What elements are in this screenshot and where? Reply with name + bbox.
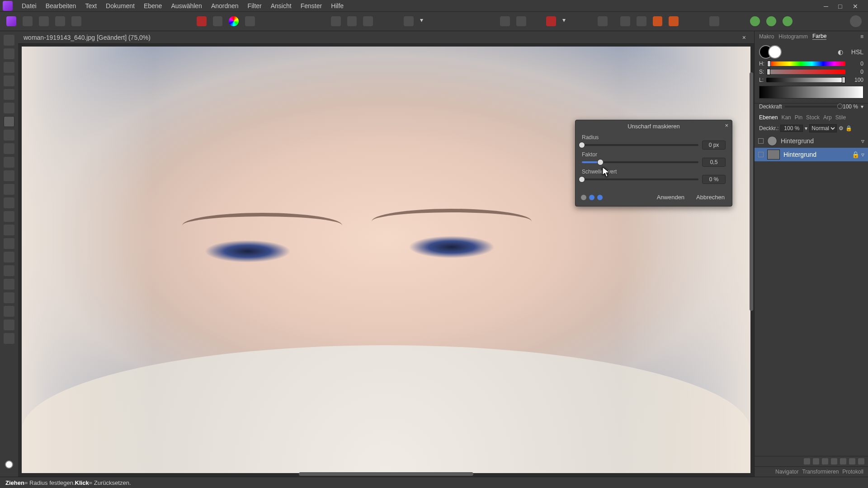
account-avatar-icon[interactable]: [850, 15, 862, 27]
menu-text[interactable]: Text: [80, 2, 101, 9]
order-backward-icon[interactable]: [637, 16, 646, 26]
toolbar-icon-b[interactable]: [213, 16, 223, 26]
foreground-color-icon[interactable]: [5, 460, 13, 469]
sat-slider[interactable]: [767, 70, 845, 74]
tab-farbe[interactable]: Farbe: [812, 33, 826, 40]
opacity-value[interactable]: 100 %: [843, 103, 858, 110]
sync-c-icon[interactable]: [783, 16, 793, 26]
align-icon[interactable]: [709, 16, 719, 26]
gradient-tool-icon[interactable]: [4, 143, 14, 154]
window-maximize-icon[interactable]: □: [838, 3, 844, 9]
color-wheel-icon[interactable]: [229, 16, 239, 26]
mesh-tool-icon[interactable]: [4, 319, 14, 330]
hue-slider[interactable]: [767, 61, 845, 66]
snapshot-icon[interactable]: [598, 16, 608, 26]
menu-dokument[interactable]: Dokument: [101, 2, 139, 9]
tab-makro[interactable]: Makro: [759, 33, 774, 40]
blur-tool-icon[interactable]: [4, 252, 14, 263]
layer-lock-small-icon[interactable]: ▿: [861, 137, 864, 145]
persona-tone-icon[interactable]: [55, 16, 65, 26]
erase-tool-icon[interactable]: [4, 170, 14, 181]
canvas-viewport[interactable]: [18, 44, 754, 477]
horizontal-scrollbar[interactable]: [22, 471, 750, 477]
layer-add-icon[interactable]: [849, 458, 855, 465]
layer-opacity-value[interactable]: 100 %: [780, 125, 803, 132]
document-tab-close-icon[interactable]: ×: [740, 34, 749, 41]
assistant-dropdown-icon[interactable]: ▾: [562, 16, 567, 26]
factor-value[interactable]: 0,5: [702, 158, 726, 167]
layer-opacity-dropdown-icon[interactable]: ▾: [805, 125, 807, 131]
color-picker-tool-icon[interactable]: [4, 62, 14, 73]
radius-value[interactable]: 0 px: [702, 141, 726, 150]
apply-button[interactable]: Anwenden: [655, 193, 686, 202]
text-tool-icon[interactable]: [4, 292, 14, 303]
layer-fx-icon[interactable]: ⚙: [839, 125, 844, 131]
layer-visibility-checkbox[interactable]: [758, 138, 764, 144]
layer-expand-icon[interactable]: ▿: [861, 151, 864, 158]
flood-select-tool-icon[interactable]: [4, 103, 14, 113]
order-front-icon[interactable]: [669, 16, 679, 26]
arrange-icon-1[interactable]: [500, 16, 510, 26]
tab-protokoll[interactable]: Protokoll: [842, 469, 863, 475]
radius-slider[interactable]: [582, 144, 698, 146]
dropdown-arrow-icon[interactable]: ▾: [420, 16, 425, 26]
move-tool-icon[interactable]: [4, 48, 14, 59]
eyedropper-icon[interactable]: ◐: [838, 48, 843, 56]
color-swatch-front[interactable]: [768, 45, 782, 59]
tab-stock[interactable]: Stock: [806, 114, 820, 121]
dialog-close-icon[interactable]: ×: [725, 122, 728, 129]
cancel-button[interactable]: Abbrechen: [694, 193, 726, 202]
preview-mode-a-icon[interactable]: [581, 195, 586, 200]
persona-liquify-icon[interactable]: [23, 16, 33, 26]
sync-a-icon[interactable]: [750, 16, 760, 26]
tab-stile[interactable]: Stile: [835, 114, 846, 121]
crop-tool-icon[interactable]: [4, 75, 14, 86]
pen-tool-icon[interactable]: [4, 279, 14, 290]
selection-subtract-icon[interactable]: [363, 16, 373, 26]
preview-mode-c-icon[interactable]: [597, 195, 603, 200]
brush-tool-icon[interactable]: [4, 157, 14, 168]
order-back-icon[interactable]: [620, 16, 630, 26]
threshold-slider[interactable]: [582, 178, 698, 180]
marquee-tool-icon[interactable]: [4, 116, 14, 127]
tab-pin[interactable]: Pin: [795, 114, 802, 121]
persona-photo-icon[interactable]: [6, 16, 16, 26]
layer-row[interactable]: Hintergrund ▿: [755, 134, 868, 148]
clone-tool-icon[interactable]: [4, 184, 14, 195]
threshold-value[interactable]: 0 %: [702, 175, 726, 184]
quickmask-icon[interactable]: [404, 16, 414, 26]
heal-tool-icon[interactable]: [4, 197, 14, 208]
document-tab-label[interactable]: woman-1919143_640.jpg [Geändert] (75,0%): [24, 34, 151, 41]
layer-lock-icon[interactable]: 🔒: [845, 125, 852, 131]
layer-mask-icon[interactable]: [804, 458, 810, 465]
blend-mode-select[interactable]: Normal: [809, 124, 837, 132]
lum-slider[interactable]: [766, 78, 845, 82]
menu-filter[interactable]: Filter: [243, 2, 266, 9]
hand-tool-icon[interactable]: [4, 35, 14, 46]
layer-group-icon[interactable]: [840, 458, 846, 465]
tab-navigator[interactable]: Navigator: [775, 469, 798, 475]
tab-ebenen[interactable]: Ebenen: [759, 114, 778, 121]
swatch-red-icon[interactable]: [197, 16, 207, 26]
selection-new-icon[interactable]: [331, 16, 341, 26]
lum-value[interactable]: 100: [848, 77, 863, 83]
shape-tool-icon[interactable]: [4, 306, 14, 317]
layer-live-icon[interactable]: [831, 458, 837, 465]
preview-mode-b-icon[interactable]: [589, 195, 594, 200]
arrange-icon-2[interactable]: [516, 16, 526, 26]
dodge-tool-icon[interactable]: [4, 211, 14, 222]
factor-slider[interactable]: [582, 161, 698, 163]
persona-export-icon[interactable]: [71, 16, 81, 26]
menu-fenster[interactable]: Fenster: [296, 2, 326, 9]
hue-value[interactable]: 0: [848, 61, 863, 67]
burn-tool-icon[interactable]: [4, 225, 14, 235]
fill-tool-icon[interactable]: [4, 130, 14, 141]
menu-anordnen[interactable]: Anordnen: [207, 2, 243, 9]
opacity-slider[interactable]: [785, 106, 840, 108]
panel-menu-icon[interactable]: ≡: [860, 33, 863, 40]
tab-kan[interactable]: Kan: [781, 114, 791, 121]
layer-delete-icon[interactable]: [858, 458, 864, 465]
persona-develop-icon[interactable]: [39, 16, 49, 26]
selection-add-icon[interactable]: [347, 16, 357, 26]
menu-ebene[interactable]: Ebene: [139, 2, 166, 9]
